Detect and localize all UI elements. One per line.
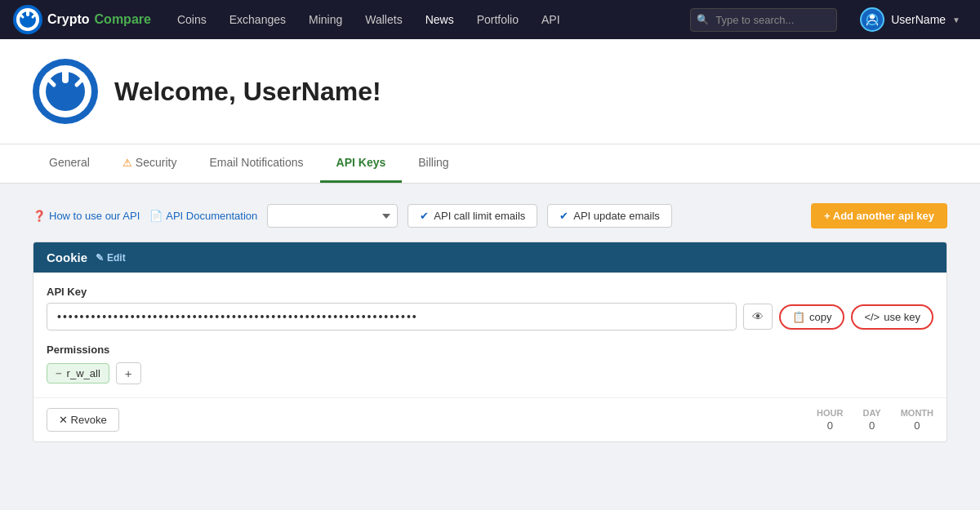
copy-icon: 📋 xyxy=(792,311,805,323)
nav-coins[interactable]: Coins xyxy=(167,0,216,39)
question-icon: ❓ xyxy=(33,210,46,222)
search-icon: 🔍 xyxy=(697,14,709,25)
api-key-card: Cookie ✎ Edit API Key 👁 📋 copy </> use k… xyxy=(33,242,947,442)
tabs-bar: General ⚠ Security Email Notifications A… xyxy=(0,144,980,184)
nav-exchanges[interactable]: Exchanges xyxy=(220,0,296,39)
stat-day-value: 0 xyxy=(869,419,875,432)
main-content: ❓ How to use our API 📄 API Documentation… xyxy=(0,184,980,462)
welcome-title: Welcome, UserName! xyxy=(114,77,381,107)
chevron-down-icon: ▼ xyxy=(952,16,960,24)
eye-icon: 👁 xyxy=(752,310,764,323)
nav-wallets[interactable]: Wallets xyxy=(355,0,412,39)
stat-month-label: MONTH xyxy=(901,408,933,418)
tab-general[interactable]: General xyxy=(33,144,106,183)
permissions-section: Permissions − r_w_all + xyxy=(47,344,933,384)
api-call-limit-btn[interactable]: ✔ API call limit emails xyxy=(408,204,537,228)
edit-icon: ✎ xyxy=(96,252,104,264)
svg-rect-6 xyxy=(871,15,874,19)
tab-security[interactable]: ⚠ Security xyxy=(106,144,194,183)
api-update-emails-btn[interactable]: ✔ API update emails xyxy=(547,204,672,228)
stat-day-label: DAY xyxy=(862,408,880,418)
svg-rect-10 xyxy=(62,70,69,83)
api-card-body: API Key 👁 📋 copy </> use key Permissions xyxy=(33,273,947,397)
user-menu[interactable]: UserName ▼ xyxy=(853,0,967,39)
remove-permission-button[interactable]: − xyxy=(56,367,62,379)
nav-api[interactable]: API xyxy=(532,0,570,39)
check-icon-2: ✔ xyxy=(559,210,568,222)
stat-hour: HOUR 0 xyxy=(817,408,843,432)
hero-section: Welcome, UserName! xyxy=(0,39,980,144)
nav-portfolio[interactable]: Portfolio xyxy=(467,0,528,39)
stats-row: HOUR 0 DAY 0 MONTH 0 xyxy=(817,408,933,432)
api-key-select[interactable] xyxy=(267,204,398,228)
code-icon: </> xyxy=(864,311,880,323)
api-key-label: API Key xyxy=(47,286,933,298)
nav-mining[interactable]: Mining xyxy=(299,0,352,39)
stat-hour-label: HOUR xyxy=(817,408,843,418)
use-key-button[interactable]: </> use key xyxy=(851,304,933,330)
add-api-key-button[interactable]: + Add another api key xyxy=(811,203,947,228)
show-key-button[interactable]: 👁 xyxy=(743,304,773,330)
api-key-input[interactable] xyxy=(47,303,737,330)
nav-news[interactable]: News xyxy=(416,0,464,39)
api-card-header: Cookie ✎ Edit xyxy=(33,242,947,273)
avatar xyxy=(860,7,884,32)
stat-month: MONTH 0 xyxy=(901,408,933,432)
revoke-button[interactable]: ✕ Revoke xyxy=(47,408,119,432)
brand-text-compare: Compare xyxy=(95,12,151,27)
permission-tag-r-w-all: − r_w_all xyxy=(47,363,109,384)
svg-rect-3 xyxy=(26,10,29,16)
stat-day: DAY 0 xyxy=(862,408,880,432)
brand-text-crypto: Crypto xyxy=(47,12,90,27)
search-input[interactable] xyxy=(690,8,837,32)
api-toolbar: ❓ How to use our API 📄 API Documentation… xyxy=(33,203,947,228)
tab-api-keys[interactable]: API Keys xyxy=(320,144,403,183)
copy-key-button[interactable]: 📋 copy xyxy=(779,304,844,330)
api-card-footer: ✕ Revoke HOUR 0 DAY 0 MONTH 0 xyxy=(33,397,947,441)
brand-logo-svg xyxy=(13,5,42,34)
search-container: 🔍 xyxy=(690,8,837,32)
add-permission-button[interactable]: + xyxy=(116,362,141,384)
warning-icon: ⚠ xyxy=(122,157,132,169)
stat-month-value: 0 xyxy=(914,419,920,432)
stat-hour-value: 0 xyxy=(827,419,833,432)
check-icon-1: ✔ xyxy=(420,210,429,222)
api-doc-link[interactable]: 📄 API Documentation xyxy=(149,210,257,222)
permissions-row: − r_w_all + xyxy=(47,362,933,384)
api-key-row: 👁 📋 copy </> use key xyxy=(47,303,933,330)
how-to-api-link[interactable]: ❓ How to use our API xyxy=(33,210,140,222)
permissions-label: Permissions xyxy=(47,344,933,356)
tab-email-notifications[interactable]: Email Notifications xyxy=(193,144,319,183)
username-label: UserName xyxy=(891,13,946,26)
api-card-title: Cookie xyxy=(47,251,87,264)
hero-logo xyxy=(33,59,98,124)
edit-link[interactable]: ✎ Edit xyxy=(96,252,126,264)
tab-billing[interactable]: Billing xyxy=(402,144,465,183)
navbar: CryptoCompare Coins Exchanges Mining Wal… xyxy=(0,0,980,39)
doc-icon: 📄 xyxy=(149,210,163,222)
brand-logo-link[interactable]: CryptoCompare xyxy=(13,5,151,34)
